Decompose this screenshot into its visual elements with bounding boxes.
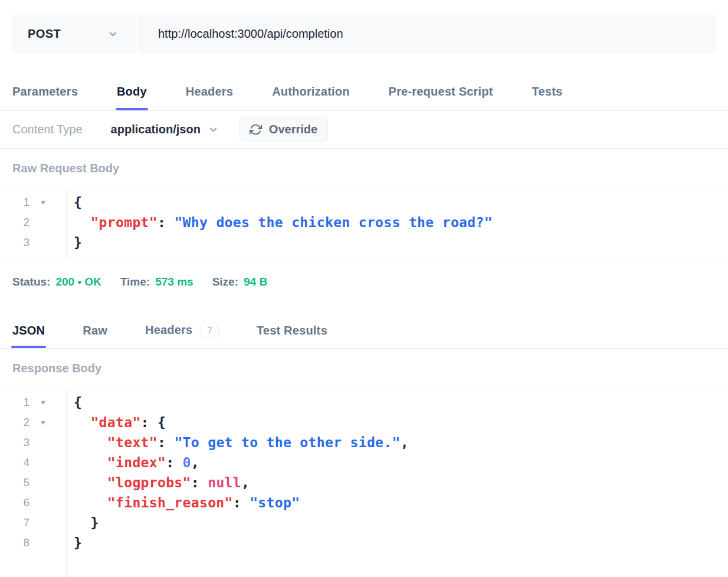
response-status-bar: Status:200 • OKTime:573 msSize:94 B <box>0 258 728 288</box>
code-content: { <box>66 392 82 412</box>
fold-toggle-icon[interactable]: ▾ <box>29 392 57 412</box>
fold-spacer <box>29 432 57 453</box>
code-line: 3} <box>0 232 728 253</box>
response-tab-test-results[interactable]: Test Results <box>257 324 327 348</box>
override-button[interactable]: Override <box>239 117 328 142</box>
line-number: 6 <box>0 493 29 513</box>
request-tabs: ParametersBodyHeadersAuthorizationPre-re… <box>0 54 728 111</box>
gutter: 1▾ <box>0 192 66 212</box>
tab-label: Tests <box>532 85 563 99</box>
api-client-window: POST ParametersBodyHeadersAuthorizationP… <box>0 13 728 577</box>
code-token <box>74 475 107 490</box>
line-number: 3 <box>0 232 29 253</box>
request-method-select[interactable]: POST <box>12 13 136 54</box>
line-number: 8 <box>0 533 29 553</box>
code-token: "To get to the other side." <box>174 435 400 450</box>
code-line: 1▾{ <box>0 392 728 412</box>
fold-spacer <box>29 232 57 253</box>
response-tab-raw[interactable]: Raw <box>83 324 107 348</box>
gutter: 3 <box>0 232 66 253</box>
code-content: "finish_reason": "stop" <box>66 493 300 513</box>
request-tab-headers[interactable]: Headers <box>186 85 233 110</box>
gutter: 2 <box>0 212 66 232</box>
line-number: 1 <box>0 192 29 212</box>
code-token: : { <box>141 415 166 430</box>
refresh-icon <box>250 123 262 136</box>
response-tab-headers[interactable]: Headers7 <box>145 323 219 348</box>
code-token: "prompt" <box>90 215 158 230</box>
code-token: , <box>401 435 409 450</box>
code-token: , <box>241 475 250 490</box>
content-type-label: Content Type <box>12 123 83 136</box>
gutter: 5 <box>0 473 66 493</box>
code-line: 2 "prompt": "Why does the chicken cross … <box>0 212 728 232</box>
code-token: } <box>74 515 99 530</box>
fold-spacer <box>29 493 57 513</box>
request-tab-tests[interactable]: Tests <box>532 85 563 110</box>
code-token: "stop" <box>250 495 300 510</box>
tab-label: Body <box>117 85 147 99</box>
code-line: 3 "text": "To get to the other side.", <box>0 432 728 453</box>
request-body-editor[interactable]: 1▾{2 "prompt": "Why does the chicken cro… <box>0 188 728 258</box>
gutter: 7 <box>0 513 66 533</box>
url-input[interactable] <box>137 13 716 54</box>
content-type-select[interactable]: application/json <box>111 123 218 136</box>
tab-label: Pre-request Script <box>389 85 493 99</box>
code-content: "prompt": "Why does the chicken cross th… <box>66 212 493 232</box>
request-tab-pre-request-script[interactable]: Pre-request Script <box>389 85 493 110</box>
status-label: Time: <box>120 276 150 288</box>
request-method-label: POST <box>28 27 61 41</box>
tab-label: JSON <box>12 324 45 337</box>
code-token: null <box>208 475 241 490</box>
line-number: 2 <box>0 212 29 232</box>
fold-toggle-icon[interactable]: ▾ <box>29 192 57 212</box>
status-item: Time:573 ms <box>120 276 194 288</box>
tab-label: Headers <box>186 85 233 99</box>
status-item: Size:94 B <box>212 276 268 288</box>
code-content: } <box>66 513 99 533</box>
code-token: : <box>158 215 174 230</box>
gutter: 1▾ <box>0 392 66 412</box>
fold-spacer <box>29 513 57 533</box>
request-tab-body[interactable]: Body <box>117 85 147 110</box>
tab-label: Test Results <box>257 324 327 337</box>
request-body-title: Raw Request Body <box>0 149 728 188</box>
fold-toggle-icon[interactable]: ▾ <box>29 412 57 432</box>
request-tab-parameters[interactable]: Parameters <box>12 85 78 110</box>
fold-spacer <box>29 212 57 232</box>
code-token: } <box>74 535 82 550</box>
status-value: 573 ms <box>155 276 193 288</box>
gutter: 6 <box>0 493 66 513</box>
status-label: Size: <box>212 276 238 288</box>
code-line: 8} <box>0 533 728 553</box>
response-body-title: Response Body <box>0 349 728 388</box>
code-content: "text": "To get to the other side.", <box>66 432 409 453</box>
fold-spacer <box>29 453 57 473</box>
headers-count-badge: 7 <box>201 323 219 337</box>
gutter: 2▾ <box>0 412 66 432</box>
response-body-editor[interactable]: 1▾{2▾ "data": {3 "text": "To get to the … <box>0 388 728 577</box>
code-token <box>74 455 107 470</box>
status-item: Status:200 • OK <box>12 276 101 288</box>
code-token: { <box>74 395 82 410</box>
status-value: 94 B <box>244 276 267 288</box>
code-token: : <box>158 435 174 450</box>
fold-spacer <box>29 533 57 553</box>
code-token <box>74 495 107 510</box>
code-line: 5 "logprobs": null, <box>0 473 728 493</box>
code-token: : <box>191 475 208 490</box>
line-number: 4 <box>0 453 29 473</box>
tab-label: Parameters <box>12 85 78 99</box>
code-token: "index" <box>107 455 166 470</box>
code-line: 7 } <box>0 513 728 533</box>
response-tab-json[interactable]: JSON <box>12 324 45 348</box>
code-content: "data": { <box>66 412 166 432</box>
code-token: , <box>191 455 199 470</box>
request-tab-authorization[interactable]: Authorization <box>272 85 349 110</box>
tab-label: Headers <box>145 323 192 337</box>
code-content: } <box>66 533 82 553</box>
code-line: 2▾ "data": { <box>0 412 728 432</box>
line-number: 7 <box>0 513 29 533</box>
content-type-row: Content Type application/json Override <box>0 111 728 149</box>
code-token: "data" <box>90 415 140 430</box>
